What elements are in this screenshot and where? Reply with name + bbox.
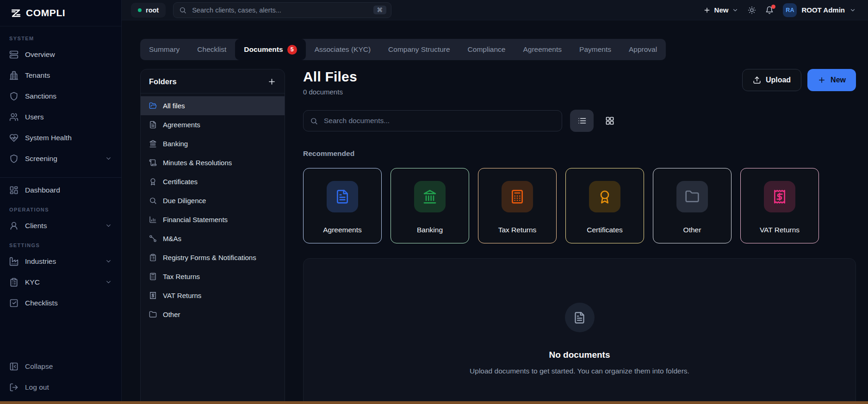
sidebar-item-screening[interactable]: Screening: [0, 148, 121, 169]
calculator-icon: [149, 273, 157, 280]
merge-icon: [149, 235, 157, 242]
grid-view-button[interactable]: [598, 110, 621, 132]
tab-associates-kyc[interactable]: Associates (KYC): [306, 39, 379, 60]
add-folder-button[interactable]: [267, 77, 276, 86]
card-label: Banking: [417, 226, 443, 234]
recommended-card-certificates[interactable]: Certificates: [565, 168, 644, 243]
shield-icon: [9, 92, 19, 101]
sidebar-item-dashboard[interactable]: Dashboard: [0, 180, 121, 200]
sidebar-item-label: Dashboard: [25, 186, 60, 194]
global-search[interactable]: ⌘: [173, 2, 391, 18]
recommended-card-agreements[interactable]: Agreements: [303, 168, 382, 243]
tab-label: Summary: [149, 45, 180, 54]
new-document-button[interactable]: New: [807, 69, 856, 91]
search-icon: [149, 197, 157, 205]
empty-state-title: No documents: [549, 350, 610, 360]
tab-compliance[interactable]: Compliance: [459, 39, 515, 60]
sidebar-item-collapse[interactable]: Collapse: [0, 356, 121, 377]
main-column: root ⌘ New: [122, 0, 868, 404]
sidebar-item-industries[interactable]: Industries: [0, 251, 121, 272]
sidebar-item-system-health[interactable]: System Health: [0, 127, 121, 148]
card-icon-tile: [676, 181, 708, 212]
tab-documents[interactable]: Documents 5: [235, 39, 305, 60]
folder-item-all-files[interactable]: All files: [141, 96, 285, 115]
sidebar-item-checklists[interactable]: Checklists: [0, 292, 121, 313]
factory-icon: [9, 257, 19, 266]
sidebar-item-kyc[interactable]: KYC: [0, 272, 121, 292]
logo-z-icon: [10, 7, 22, 19]
folder-item-tax-returns[interactable]: Tax Returns: [141, 267, 285, 286]
folder-item-m-as[interactable]: M&As: [141, 229, 285, 248]
user-menu[interactable]: RA ROOT Admin: [783, 3, 856, 17]
folder-item-registry-forms-notifications[interactable]: Registry Forms & Notifications: [141, 248, 285, 267]
sidebar-item-overview[interactable]: Overview: [0, 44, 121, 65]
new-menu-button[interactable]: New: [703, 6, 739, 14]
folder-item-minutes-resolutions[interactable]: Minutes & Resolutions: [141, 153, 285, 172]
card-label: Other: [683, 226, 701, 234]
tab-approval[interactable]: Approval: [620, 39, 666, 60]
recommended-card-other[interactable]: Other: [653, 168, 732, 243]
document-count: 0 documents: [303, 88, 357, 96]
tenant-name: root: [146, 6, 159, 14]
sidebar-nav: SYSTEM Overview Tenants Sanctions Users …: [0, 26, 121, 356]
folder-item-vat-returns[interactable]: VAT Returns: [141, 286, 285, 305]
folder-item-certificates[interactable]: Certificates: [141, 172, 285, 191]
tab-agreements[interactable]: Agreements: [514, 39, 570, 60]
tab-company-structure[interactable]: Company Structure: [379, 39, 459, 60]
recommended-card-vat-returns[interactable]: VAT Returns: [740, 168, 819, 243]
global-search-input[interactable]: [191, 6, 369, 14]
user-name: ROOT Admin: [801, 6, 845, 14]
theme-toggle-sun-icon[interactable]: [748, 6, 756, 14]
logo[interactable]: COMPLI: [0, 0, 121, 26]
folder-item-banking[interactable]: Banking: [141, 134, 285, 153]
notifications-bell-icon[interactable]: [765, 6, 774, 14]
folder-item-label: Registry Forms & Notifications: [163, 254, 256, 261]
online-status-dot: [138, 8, 142, 12]
clipboard-list-icon: [149, 254, 157, 261]
heart-pulse-icon: [9, 133, 19, 143]
card-label: Certificates: [587, 226, 623, 234]
tab-bar: Summary Checklist Documents 5 Associates…: [140, 39, 666, 60]
document-search-input[interactable]: [323, 116, 555, 125]
bottom-edge-strip: [0, 401, 868, 404]
landmark-icon: [149, 140, 157, 148]
recommended-cards: Agreements Banking Tax Returns Certifica…: [303, 168, 856, 243]
sidebar-item-label: Users: [25, 113, 43, 121]
document-search[interactable]: [303, 110, 562, 131]
tab-summary[interactable]: Summary: [140, 39, 188, 60]
folder-item-agreements[interactable]: Agreements: [141, 115, 285, 134]
grid-icon: [605, 116, 614, 125]
recommended-card-tax-returns[interactable]: Tax Returns: [478, 168, 557, 243]
folder-icon: [149, 311, 157, 318]
folders-header: Folders: [141, 69, 285, 93]
header-actions: Upload New: [742, 69, 856, 91]
sidebar-item-users[interactable]: Users: [0, 106, 121, 127]
tenant-badge[interactable]: root: [131, 3, 166, 18]
sidebar-item-log-out[interactable]: Log out: [0, 377, 121, 398]
folder-item-other[interactable]: Other: [141, 305, 285, 324]
shield-icon: [9, 154, 19, 163]
tab-label: Payments: [579, 45, 611, 54]
list-view-button[interactable]: [570, 110, 594, 132]
tab-checklist[interactable]: Checklist: [188, 39, 235, 60]
upload-button-label: Upload: [766, 76, 791, 84]
folder-item-label: Certificates: [163, 178, 198, 186]
empty-state-panel: No documents Upload documents to get sta…: [303, 258, 856, 404]
sidebar-item-clients[interactable]: Clients: [0, 215, 121, 236]
tab-badge: 5: [287, 45, 297, 55]
folder-item-label: Due Diligence: [163, 197, 206, 205]
folder-item-due-diligence[interactable]: Due Diligence: [141, 191, 285, 210]
folder-item-label: Tax Returns: [163, 273, 200, 280]
card-label: VAT Returns: [760, 226, 800, 234]
folder-item-financial-statements[interactable]: Financial Statements: [141, 210, 285, 229]
sidebar-item-sanctions[interactable]: Sanctions: [0, 86, 121, 106]
tab-payments[interactable]: Payments: [570, 39, 620, 60]
upload-button[interactable]: Upload: [742, 69, 801, 91]
recommended-card-banking[interactable]: Banking: [391, 168, 469, 243]
new-menu-label: New: [714, 6, 729, 14]
folder-item-label: VAT Returns: [163, 292, 201, 299]
folder-item-label: Banking: [163, 140, 188, 148]
folder-item-label: Other: [163, 311, 180, 318]
chevron-down-icon: [105, 279, 112, 286]
sidebar-item-tenants[interactable]: Tenants: [0, 65, 121, 86]
